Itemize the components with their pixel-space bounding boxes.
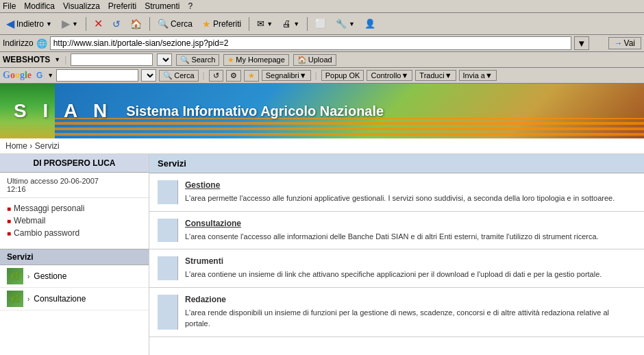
google-segnalibri-label: Segnalibri▼ bbox=[266, 71, 307, 79]
toolbar-separator-3 bbox=[249, 17, 249, 31]
go-button[interactable]: → Vai bbox=[608, 37, 641, 49]
back-dropdown-icon[interactable]: ▼ bbox=[46, 21, 52, 27]
window-button[interactable]: ⬜ bbox=[312, 16, 330, 31]
google-traduci-label: Traduci▼ bbox=[419, 71, 451, 79]
sidebar-password-label: Cambio password bbox=[14, 228, 79, 238]
extra-dropdown-icon[interactable]: ▼ bbox=[349, 21, 355, 27]
section-desc-gestione: L'area permette l'accesso alle funzioni … bbox=[185, 193, 615, 204]
star-icon: ★ bbox=[202, 19, 211, 29]
arrow-right-icon-1: › bbox=[27, 273, 29, 280]
menu-visualizza[interactable]: Visualizza bbox=[63, 1, 100, 11]
breadcrumb-home[interactable]: Home bbox=[5, 141, 27, 151]
print-button[interactable]: 🖨 ▼ bbox=[279, 16, 303, 31]
google-invia-button[interactable]: Invia a▼ bbox=[459, 70, 497, 81]
google-g-dropdown[interactable]: ▼ bbox=[47, 72, 53, 79]
address-dropdown-btn[interactable]: ▼ bbox=[574, 36, 589, 50]
toolbar-separator-4 bbox=[307, 17, 308, 31]
sidebar-item-gestione[interactable]: 🌿 › Gestione bbox=[0, 265, 149, 288]
section-title-gestione[interactable]: Gestione bbox=[185, 180, 615, 190]
webshots-search-button[interactable]: 🔍 Search bbox=[176, 54, 219, 66]
sidebar-services-section: Servizi 🌿 › Gestione 🌿 › Consultazione bbox=[0, 249, 149, 310]
person-button[interactable]: 👤 bbox=[361, 16, 379, 31]
forward-dropdown-icon[interactable]: ▼ bbox=[72, 21, 78, 27]
go-arrow-icon: → bbox=[615, 38, 623, 48]
stop-icon: ✕ bbox=[94, 17, 103, 30]
section-desc-consultazione: L'area consente l'accesso alle informazi… bbox=[185, 231, 599, 243]
sidebar: DI PROSPERO LUCA Ultimo accesso 20-06-20… bbox=[0, 154, 149, 355]
google-search-select[interactable] bbox=[141, 69, 156, 82]
refresh-button[interactable]: ↺ bbox=[109, 16, 124, 32]
header-stripes bbox=[55, 118, 644, 138]
menu-file[interactable]: File bbox=[3, 1, 16, 11]
content-section-redazione: Redazione L'area rende disponibili un in… bbox=[149, 288, 644, 337]
search-button[interactable]: 🔍 Cerca bbox=[154, 16, 196, 31]
google-segnalibri-button[interactable]: Segnalibri▼ bbox=[262, 70, 311, 81]
sidebar-link-webmail[interactable]: ■ Webmail bbox=[7, 215, 142, 227]
webshots-bar: WEBSHOTS ▼ | 🔍 Search ★ My Homepage 🏠 Up… bbox=[0, 52, 644, 68]
extra-icon: 🔧 bbox=[336, 19, 347, 29]
mail-button[interactable]: ✉ ▼ bbox=[253, 16, 276, 31]
toolbar: ◀ Indietro ▼ ▶ ▼ ✕ ↺ 🏠 🔍 Cerca ★ Preferi… bbox=[0, 13, 644, 35]
section-left-bar-3 bbox=[158, 256, 178, 280]
forward-button[interactable]: ▶ ▼ bbox=[58, 15, 82, 32]
breadcrumb-current: Servizi bbox=[35, 141, 60, 151]
webshots-upload-button[interactable]: 🏠 Upload bbox=[293, 54, 336, 66]
back-label: Indietro bbox=[16, 19, 44, 29]
page-icon: 🌐 bbox=[36, 38, 47, 49]
sidebar-link-messaggi[interactable]: ■ Messaggi personali bbox=[7, 202, 142, 215]
webshots-homepage-button[interactable]: ★ My Homepage bbox=[223, 54, 289, 66]
webshots-select[interactable] bbox=[157, 53, 172, 66]
address-bar: Indirizzo 🌐 ▼ → Vai bbox=[0, 35, 644, 52]
webshots-dropdown-icon[interactable]: ▼ bbox=[54, 56, 60, 63]
section-title-redazione: Redazione bbox=[185, 295, 636, 304]
google-search-input[interactable] bbox=[56, 69, 138, 82]
address-input[interactable] bbox=[50, 36, 572, 50]
google-cerca-button[interactable]: 🔍 Cerca bbox=[159, 70, 198, 82]
extra-button[interactable]: 🔧 ▼ bbox=[332, 16, 358, 31]
mail-dropdown-icon[interactable]: ▼ bbox=[267, 21, 273, 27]
stop-button[interactable]: ✕ bbox=[90, 15, 106, 32]
breadcrumb-separator: › bbox=[29, 141, 34, 151]
google-popup-button[interactable]: Popup OK bbox=[321, 70, 364, 81]
print-dropdown-icon[interactable]: ▼ bbox=[293, 21, 299, 27]
sidebar-consultazione-label: Consultazione bbox=[34, 294, 86, 304]
section-left-bar-4 bbox=[158, 295, 178, 330]
google-popup-label: Popup OK bbox=[325, 71, 360, 79]
home-button[interactable]: 🏠 bbox=[127, 16, 145, 32]
back-icon: ◀ bbox=[6, 17, 14, 30]
sidebar-link-password[interactable]: ■ Cambio password bbox=[7, 227, 142, 239]
sidebar-last-access-time: 12:16 bbox=[7, 185, 26, 193]
menu-help[interactable]: ? bbox=[188, 1, 193, 11]
person-icon: 👤 bbox=[364, 19, 375, 29]
site-header: S I A N Sistema Informativo Agricolo Naz… bbox=[0, 84, 644, 138]
bullet-icon-2: ■ bbox=[7, 217, 11, 225]
menu-strumenti[interactable]: Strumenti bbox=[145, 1, 179, 11]
webshots-separator: | bbox=[64, 55, 66, 64]
sidebar-gestione-icon: 🌿 bbox=[7, 268, 23, 284]
sidebar-last-access-label: Ultimo accesso 20-06-2007 bbox=[7, 177, 99, 185]
favorites-button[interactable]: ★ Preferiti bbox=[199, 16, 245, 32]
content-section-gestione: Gestione L'area permette l'accesso alle … bbox=[149, 173, 644, 212]
google-traduci-button[interactable]: Traduci▼ bbox=[415, 70, 456, 81]
menu-preferiti[interactable]: Preferiti bbox=[108, 1, 136, 11]
sidebar-item-consultazione[interactable]: 🌿 › Consultazione bbox=[0, 288, 149, 310]
webshots-search-input[interactable] bbox=[71, 53, 153, 66]
google-cerca-label: Cerca bbox=[174, 71, 194, 79]
section-title-consultazione[interactable]: Consultazione bbox=[185, 219, 599, 228]
arrow-right-icon-2: › bbox=[27, 295, 29, 303]
menu-modifica[interactable]: Modifica bbox=[24, 1, 55, 11]
back-button[interactable]: ◀ Indietro ▼ bbox=[3, 15, 55, 32]
toolbar-separator-2 bbox=[149, 17, 150, 31]
google-controllo-button[interactable]: Controllo▼ bbox=[367, 70, 412, 81]
breadcrumb: Home › Servizi bbox=[0, 138, 644, 154]
section-text-redazione: Redazione L'area rende disponibili un in… bbox=[185, 295, 636, 330]
bullet-icon-3: ■ bbox=[7, 230, 11, 237]
content-section-consultazione: Consultazione L'area consente l'accesso … bbox=[149, 212, 644, 250]
sidebar-links: ■ Messaggi personali ■ Webmail ■ Cambio … bbox=[0, 198, 149, 243]
google-star-btn[interactable]: ★ bbox=[244, 70, 259, 82]
google-refresh-btn[interactable]: ↺ bbox=[209, 70, 223, 82]
bullet-icon-1: ■ bbox=[7, 205, 11, 212]
webshots-search-label: Search bbox=[191, 56, 215, 64]
forward-icon: ▶ bbox=[62, 17, 70, 30]
google-extra-btn[interactable]: ⚙ bbox=[226, 70, 241, 82]
